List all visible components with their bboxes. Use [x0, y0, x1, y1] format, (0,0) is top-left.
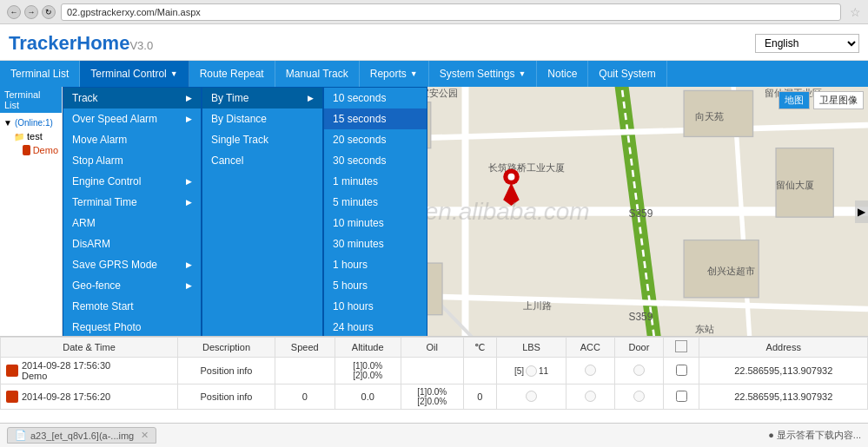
dropdown-menus: Track ▶ Over Speed Alarm ▶ Move Alarm St… — [63, 87, 427, 336]
dropdown-arm[interactable]: ARM — [63, 213, 201, 233]
tab-close-icon[interactable]: ✕ — [141, 430, 149, 441]
satellite-view-button[interactable]: 卫星图像 — [813, 91, 864, 109]
dropdown-stop-alarm[interactable]: Stop Alarm — [63, 150, 201, 171]
dropdown-engine-control[interactable]: Engine Control ▶ — [63, 171, 201, 192]
map-view-button[interactable]: 地图 — [779, 91, 810, 109]
dropdown-over-speed-alarm[interactable]: Over Speed Alarm ▶ — [63, 108, 201, 129]
col-temp: ℃ — [463, 338, 496, 358]
dropdown-move-alarm[interactable]: Move Alarm — [63, 129, 201, 150]
col-datetime: Date & Time — [1, 338, 178, 358]
row-checkbox2[interactable] — [676, 391, 687, 402]
cell-description: Position info — [178, 385, 275, 410]
cell-datetime-value: 2014-09-28 17:56:20 — [22, 391, 110, 402]
dropdown-save-gprs[interactable]: Save GPRS Mode ▶ — [63, 254, 201, 275]
cell-door — [614, 358, 663, 385]
nav-terminal-control[interactable]: Terminal Control ▼ — [80, 61, 189, 87]
svg-text:长筑路桥工业大厦: 长筑路桥工业大厦 — [488, 162, 565, 173]
dropdown-24hr-label: 24 hours — [333, 321, 374, 333]
nav-reports[interactable]: Reports ▼ — [360, 61, 429, 87]
folder-icon: 📁 — [14, 132, 24, 141]
col-checkbox[interactable] — [664, 338, 699, 358]
svg-point-36 — [507, 174, 514, 181]
nav-route-repeat[interactable]: Route Repeat — [189, 61, 275, 87]
bookmark-star-icon[interactable]: ☆ — [850, 5, 861, 19]
dropdown-10sec-label: 10 seconds — [333, 92, 386, 104]
dropdown-disarm[interactable]: DisARM — [63, 233, 201, 254]
sidebar-title: Terminal List — [0, 87, 62, 113]
dropdown-24hr[interactable]: 24 hours — [324, 317, 427, 336]
tree-root[interactable]: ▼ (Online:1) — [3, 116, 58, 129]
tree-device-label: Demo — [33, 145, 58, 155]
dropdown-col3: 10 seconds 15 seconds 20 seconds 30 seco… — [323, 87, 427, 336]
svg-text:S359: S359 — [629, 207, 653, 220]
cell-acc — [567, 385, 615, 410]
nav-terminal-list[interactable]: Terminal List — [0, 61, 80, 87]
cell-select[interactable] — [664, 385, 699, 410]
dropdown-geo-fence[interactable]: Geo-fence ▶ — [63, 275, 201, 296]
logo-version: V3.0 — [129, 39, 153, 52]
dropdown-engine-label: Engine Control — [72, 175, 141, 187]
dropdown-30min[interactable]: 30 minutes — [324, 233, 427, 254]
cell-altitude: [1]0.0%[2]0.0% — [335, 358, 401, 385]
dropdown-by-distance[interactable]: By Distance — [202, 108, 322, 129]
language-selector[interactable]: English 中文 — [755, 34, 859, 53]
dropdown-5min[interactable]: 5 minutes — [324, 192, 427, 213]
dropdown-remote-start[interactable]: Remote Start — [63, 296, 201, 317]
dropdown-move-alarm-label: Move Alarm — [72, 134, 127, 146]
map-scroll-right[interactable]: ▶ — [855, 200, 868, 223]
forward-button[interactable]: → — [24, 5, 38, 19]
dropdown-1min[interactable]: 1 minutes — [324, 171, 427, 192]
dropdown-30min-label: 30 minutes — [333, 238, 384, 250]
nav-system-settings[interactable]: System Settings ▼ — [429, 61, 538, 87]
dropdown-20sec[interactable]: 20 seconds — [324, 129, 427, 150]
dropdown-track[interactable]: Track ▶ — [63, 88, 201, 108]
cell-datetime-value: 2014-09-28 17:56:30 — [22, 360, 110, 371]
dropdown-by-time[interactable]: By Time ▶ — [202, 88, 322, 108]
status-text: ● 显示答看下载内容... — [768, 429, 861, 442]
lbs-radio2 — [526, 391, 537, 402]
dropdown-terminal-time[interactable]: Terminal Time ▶ — [63, 192, 201, 213]
dropdown-15sec-label: 15 seconds — [333, 113, 386, 125]
terminal-control-arrow-icon: ▼ — [170, 69, 178, 78]
dropdown-track-label: Track — [72, 92, 98, 104]
back-button[interactable]: ← — [7, 5, 21, 19]
refresh-button[interactable]: ↻ — [42, 5, 56, 19]
nav-notice[interactable]: Notice — [537, 61, 588, 87]
dropdown-10min[interactable]: 10 minutes — [324, 213, 427, 233]
col-altitude: Altitude — [335, 338, 401, 358]
dropdown-5hr[interactable]: 5 hours — [324, 275, 427, 296]
map-controls: 地图 卫星图像 — [779, 91, 864, 109]
table-row: 2014-09-28 17:56:20 Position info 0 0.0 … — [1, 385, 868, 410]
tree-group-label: test — [27, 131, 43, 141]
dropdown-single-track[interactable]: Single Track — [202, 129, 322, 150]
tab-file[interactable]: 📄 a23_[et_q8v1.6](a-...img ✕ — [7, 427, 156, 444]
nav-manual-track[interactable]: Manual Track — [275, 61, 360, 87]
tab-file-label: a23_[et_q8v1.6](a-...img — [30, 431, 134, 441]
dropdown-single-track-label: Single Track — [211, 134, 268, 146]
dropdown-request-photo[interactable]: Request Photo — [63, 317, 201, 336]
door-radio — [633, 365, 645, 376]
cell-select[interactable] — [664, 358, 699, 385]
row-checkbox[interactable] — [676, 365, 687, 376]
nav-quit-system[interactable]: Quit System — [588, 61, 666, 87]
dropdown-1hr[interactable]: 1 hours — [324, 254, 427, 275]
dropdown-30sec[interactable]: 30 seconds — [324, 150, 427, 171]
dropdown-20sec-label: 20 seconds — [333, 134, 386, 146]
dropdown-cancel[interactable]: Cancel — [202, 150, 322, 171]
cell-altitude: 0.0 — [335, 385, 401, 410]
select-all-checkbox[interactable] — [675, 340, 687, 352]
cell-address: 22.586595,113.907932 — [699, 385, 868, 410]
nav-bar: Terminal List Terminal Control ▼ Route R… — [0, 61, 868, 87]
dropdown-10hr[interactable]: 10 hours — [324, 296, 427, 317]
cell-oil: [1]0.0%[2]0.0% — [401, 385, 463, 410]
dropdown-15sec[interactable]: 15 seconds — [324, 108, 427, 129]
tree-device-demo[interactable]: Demo — [3, 143, 58, 157]
reports-arrow-icon: ▼ — [410, 69, 418, 78]
url-bar[interactable] — [61, 3, 841, 21]
dropdown-10sec[interactable]: 10 seconds — [324, 88, 427, 108]
data-table-section: Date & Time Description Speed Altitude O… — [0, 336, 868, 423]
tree-group-test[interactable]: 📁 test — [3, 129, 58, 143]
cell-lbs — [497, 385, 567, 410]
dropdown-5hr-label: 5 hours — [333, 279, 368, 292]
cell-oil — [401, 358, 463, 385]
